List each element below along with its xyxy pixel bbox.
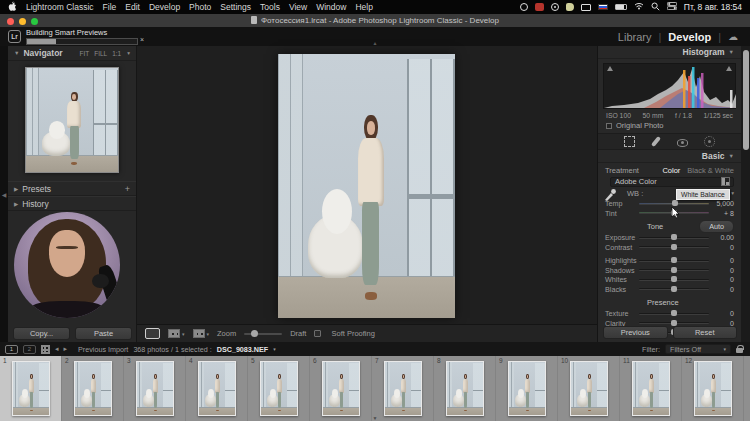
filmstrip-source[interactable]: Previous Import — [78, 345, 128, 354]
histogram-chart[interactable] — [603, 63, 736, 109]
thumbnail-image[interactable] — [260, 361, 298, 416]
red-eye-tool-icon[interactable] — [677, 139, 688, 147]
filmstrip-filename[interactable]: DSC_9083.NEF — [217, 345, 269, 354]
previous-button[interactable]: Previous — [603, 326, 668, 339]
slider-track[interactable] — [639, 313, 709, 315]
keyboard-language-flag-icon[interactable] — [598, 4, 608, 10]
crop-tool-icon[interactable] — [624, 136, 635, 147]
thumbnail-image[interactable] — [136, 361, 174, 416]
menu-clock[interactable]: Пт, 8 авг. 18:54 — [684, 2, 742, 12]
filmstrip-thumbnail[interactable]: 8 — [434, 356, 496, 421]
add-preset-button[interactable]: + — [125, 184, 130, 194]
reset-button[interactable]: Reset — [673, 326, 738, 339]
treatment-bw-option[interactable]: Black & White — [687, 166, 734, 175]
profile-select[interactable]: Adobe Color — [610, 177, 734, 187]
display-icon[interactable] — [581, 4, 591, 11]
slider-knob[interactable] — [671, 276, 677, 282]
thumbnail-image[interactable] — [570, 361, 608, 416]
loupe-view-icon[interactable] — [145, 328, 160, 339]
screen-record-icon[interactable] — [551, 3, 559, 11]
menu-item[interactable]: Tools — [260, 2, 280, 12]
slider-track[interactable] — [639, 260, 709, 262]
original-photo-checkbox[interactable] — [606, 123, 612, 129]
slider-knob[interactable] — [671, 257, 677, 263]
slider-value[interactable]: 0 — [709, 310, 734, 317]
grid-view-icon[interactable] — [41, 345, 50, 354]
slider-track[interactable] — [639, 237, 709, 239]
slider-value[interactable]: 0 — [709, 257, 734, 264]
thumbnail-image[interactable] — [446, 361, 484, 416]
camera-app-icon[interactable] — [535, 3, 544, 11]
profile-browser-icon[interactable] — [722, 178, 729, 185]
paste-button[interactable]: Paste — [75, 327, 132, 340]
slider-knob[interactable] — [671, 244, 677, 250]
slider-value[interactable]: 0 — [709, 244, 734, 251]
go-forward-icon[interactable]: ▸ — [64, 345, 68, 353]
slider-knob[interactable] — [671, 310, 677, 316]
presets-header[interactable]: ▶ Presets + — [8, 181, 136, 196]
basic-header[interactable]: Basic ▼ — [598, 150, 741, 163]
treatment-color-option[interactable]: Color — [662, 166, 680, 175]
filmstrip-thumbnail[interactable]: 12 — [682, 356, 744, 421]
menu-item[interactable]: Settings — [220, 2, 251, 12]
slider-value[interactable]: 0 — [709, 267, 734, 274]
menu-item[interactable]: File — [103, 2, 117, 12]
white-balance-eyedropper-icon[interactable] — [603, 187, 617, 204]
filmstrip-thumbnail[interactable]: 3 — [124, 356, 186, 421]
navigator-preview[interactable] — [25, 67, 119, 173]
reference-view-icon[interactable]: ▾ — [168, 329, 185, 338]
history-header[interactable]: ▶ History — [8, 196, 136, 211]
battery-icon[interactable] — [615, 4, 627, 10]
thumbnail-image[interactable] — [632, 361, 670, 416]
filmstrip-thumbnail[interactable]: 9 — [496, 356, 558, 421]
thumbnail-image[interactable] — [694, 361, 732, 416]
filmstrip-thumbnail[interactable]: 2 — [62, 356, 124, 421]
menu-item[interactable]: Photo — [189, 2, 211, 12]
slider-track[interactable] — [639, 279, 709, 281]
healing-tool-icon[interactable] — [651, 136, 661, 147]
chevron-down-icon[interactable]: ▾ — [182, 331, 185, 337]
soft-proofing-checkbox[interactable] — [314, 330, 321, 337]
close-window-button[interactable] — [7, 18, 14, 25]
slider-track[interactable] — [639, 269, 709, 271]
scrollbar-thumb[interactable] — [743, 50, 749, 150]
filter-select[interactable]: Filters Off ▾ — [665, 344, 731, 354]
copy-button[interactable]: Copy... — [13, 327, 70, 340]
navigator-zoom-option[interactable]: 1:1 — [112, 50, 121, 57]
filmstrip-thumbnail[interactable]: 1 — [0, 356, 62, 421]
masking-tool-icon[interactable] — [704, 136, 715, 147]
filmstrip-thumbnail[interactable]: 7 — [372, 356, 434, 421]
slider-track[interactable] — [639, 288, 709, 290]
thumbnail-image[interactable] — [12, 361, 50, 416]
zoom-window-button[interactable] — [31, 18, 38, 25]
left-panel-collapse-strip[interactable]: ◀ — [0, 46, 8, 342]
zoom-slider[interactable] — [244, 333, 282, 335]
minimize-window-button[interactable] — [19, 18, 26, 25]
thumbnail-image[interactable] — [384, 361, 422, 416]
menu-item[interactable]: Window — [316, 2, 346, 12]
filmstrip-collapse-arrow[interactable]: ▼ — [373, 415, 378, 421]
navigator-header[interactable]: ▼ Navigator FITFILL1:1 ▾ — [8, 46, 136, 61]
chevron-down-icon[interactable]: ▾ — [273, 346, 276, 352]
slider-knob[interactable] — [671, 286, 677, 292]
slider-value[interactable]: 0 — [709, 286, 734, 293]
auto-tone-button[interactable]: Auto — [699, 220, 734, 233]
cloud-sync-icon[interactable]: ☁ — [728, 31, 738, 42]
navigator-zoom-option[interactable]: FIT — [79, 50, 89, 57]
thumbnail-image[interactable] — [74, 361, 112, 416]
zoom-slider-knob[interactable] — [251, 330, 258, 337]
before-after-view-icon[interactable]: ▾ — [193, 329, 210, 338]
menu-item[interactable]: Lightroom Classic — [26, 2, 94, 12]
right-panel-scrollbar[interactable] — [741, 46, 750, 342]
notification-icon[interactable] — [566, 3, 574, 11]
thumbnail-image[interactable] — [198, 361, 236, 416]
module-develop[interactable]: Develop — [668, 31, 711, 43]
menu-item[interactable]: Develop — [149, 2, 180, 12]
histogram-header[interactable]: Histogram ▼ — [598, 46, 741, 59]
menu-item[interactable]: Help — [355, 2, 372, 12]
filmstrip-thumbnail[interactable]: 4 — [186, 356, 248, 421]
navigator-zoom-option[interactable]: FILL — [94, 50, 107, 57]
main-window-icon[interactable]: 1 — [5, 345, 18, 354]
second-window-icon[interactable]: 2 — [23, 345, 36, 354]
filmstrip-thumbnail[interactable]: 5 — [248, 356, 310, 421]
